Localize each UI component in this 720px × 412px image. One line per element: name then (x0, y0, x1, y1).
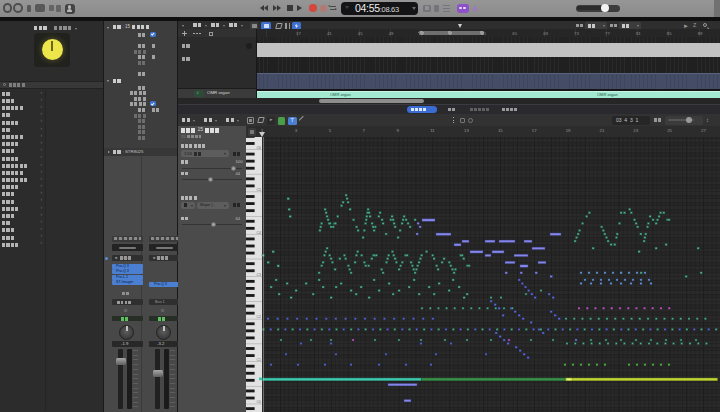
svg-text:37: 37 (296, 31, 301, 36)
svg-text:65: 65 (512, 31, 517, 36)
svg-text:C2: C2 (257, 315, 261, 319)
svg-text:81: 81 (635, 31, 640, 36)
svg-text:45: 45 (357, 31, 362, 36)
svg-text:49: 49 (388, 31, 393, 36)
svg-text:73: 73 (574, 31, 579, 36)
svg-text:OMR organ: OMR organ (330, 92, 351, 97)
svg-text:C4: C4 (257, 231, 261, 235)
svg-text:41: 41 (326, 31, 331, 36)
svg-text:C5: C5 (257, 188, 261, 192)
svg-text:85: 85 (666, 31, 671, 36)
svg-text:C6: C6 (257, 146, 261, 150)
svg-text:69: 69 (543, 31, 548, 36)
svg-text:OMR organ: OMR organ (597, 92, 618, 97)
svg-text:89: 89 (697, 31, 702, 36)
svg-text:C3: C3 (257, 273, 261, 277)
svg-text:77: 77 (605, 31, 610, 36)
svg-text:C1: C1 (257, 358, 261, 362)
svg-text:C0: C0 (257, 400, 261, 404)
